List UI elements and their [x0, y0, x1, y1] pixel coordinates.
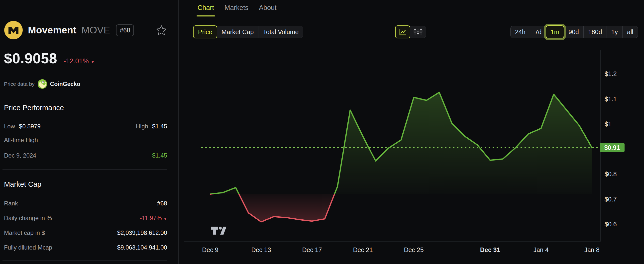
baseline-price-chart: $1.2$1.1$1$0.8$0.7$0.6Dec 9Dec 13Dec 17D…: [179, 40, 644, 264]
sidebar-divider: [2, 261, 167, 261]
x-tick-label: Dec 9: [202, 246, 218, 253]
tab-chart[interactable]: Chart: [197, 0, 214, 16]
price-chart[interactable]: $1.2$1.1$1$0.8$0.7$0.6Dec 9Dec 13Dec 17D…: [179, 40, 644, 264]
candlestick-icon: [413, 28, 423, 36]
line-chart-icon: [399, 28, 406, 36]
x-tick-label: Jan 8: [584, 246, 599, 253]
tab-about[interactable]: About: [258, 0, 277, 16]
y-tick-label: $1: [604, 120, 612, 127]
row-value: $9,063,104,941.00: [117, 244, 167, 251]
x-tick-label: Dec 21: [353, 246, 373, 253]
attribution-label: Price data by: [4, 81, 35, 87]
market-cap-row: Market cap in $ $2,039,198,612.00: [4, 229, 167, 236]
coin-name: Movement: [28, 25, 76, 36]
time-range-group: 24h 7d 1m 90d 180d 1y all: [510, 26, 638, 38]
price-row: $0.9058 -12.01% ▼: [4, 50, 95, 66]
row-label: Rank: [4, 200, 18, 207]
chart-style-toggle-group: [395, 26, 426, 38]
low-value: $0.5979: [19, 123, 41, 130]
coin-widget: Movement MOVE #68 $0.9058 -12.01% ▼ Pric…: [0, 0, 644, 264]
market-cap-row: Daily change in % -11.97% ▼: [4, 215, 167, 222]
range-7d-button[interactable]: 7d: [530, 26, 546, 38]
range-1y-button[interactable]: 1y: [606, 26, 622, 38]
current-price: $0.9058: [4, 50, 57, 66]
candlestick-style-button[interactable]: [410, 26, 426, 38]
tab-bar: Chart Markets About: [179, 0, 644, 16]
rank-badge: #68: [116, 24, 134, 36]
data-attribution: Price data by CoinGecko: [4, 79, 80, 89]
line-chart-style-button[interactable]: [395, 25, 410, 38]
down-arrow-icon: ▼: [90, 60, 95, 64]
star-icon: [156, 24, 167, 36]
favorite-star-button[interactable]: [156, 24, 167, 36]
y-tick-label: $1.1: [604, 95, 617, 102]
tradingview-logo[interactable]: [211, 227, 226, 235]
range-24h-button[interactable]: 24h: [510, 26, 530, 38]
row-label: Fully diluted Mcap: [4, 244, 52, 251]
coin-symbol: MOVE: [81, 25, 110, 36]
price-change: -12.01% ▼: [64, 57, 95, 65]
ath-row: Dec 9, 2024 $1.45: [4, 152, 167, 159]
coingecko-logo-icon: [38, 79, 48, 89]
tab-markets[interactable]: Markets: [224, 0, 249, 16]
range-all-button[interactable]: all: [622, 26, 638, 38]
x-tick-label: Dec 13: [251, 246, 271, 253]
low-label: Low: [4, 123, 15, 130]
ath-label: All-time High: [4, 137, 38, 144]
range-90d-button[interactable]: 90d: [564, 26, 584, 38]
sidebar-divider: [2, 169, 167, 170]
high-label: High: [136, 123, 148, 130]
y-tick-label: $1.2: [604, 70, 617, 77]
x-tick-label: Jan 4: [533, 246, 548, 253]
y-tick-label: $0.7: [604, 196, 617, 203]
market-cap-title: Market Cap: [4, 180, 42, 189]
price-performance-title: Price Performance: [4, 104, 64, 112]
range-180d-button[interactable]: 180d: [584, 26, 606, 38]
row-value: $2,039,198,612.00: [117, 229, 167, 236]
movement-logo-icon: [4, 21, 23, 40]
range-1m-button[interactable]: 1m: [546, 25, 564, 38]
coin-sidebar: Movement MOVE #68 $0.9058 -12.01% ▼ Pric…: [0, 0, 178, 264]
y-tick-label: $0.6: [604, 221, 617, 228]
down-arrow-icon: ▼: [163, 217, 167, 221]
x-tick-label: Dec 25: [404, 246, 424, 253]
row-label: Daily change in %: [4, 215, 52, 222]
current-price-badge-label: $0.91: [604, 144, 620, 151]
market-cap-row: Fully diluted Mcap $9,063,104,941.00: [4, 244, 167, 251]
coin-header: Movement MOVE #68: [4, 21, 167, 40]
x-tick-label: Dec 17: [302, 246, 322, 253]
y-tick-label: $0.8: [604, 171, 617, 178]
row-value: #68: [157, 200, 167, 207]
chart-panel: Chart Markets About Price Market Cap Tot…: [179, 0, 644, 264]
metric-marketcap-button[interactable]: Market Cap: [217, 26, 258, 38]
ath-date: Dec 9, 2024: [4, 152, 36, 159]
metric-volume-button[interactable]: Total Volume: [258, 26, 303, 38]
row-label: Market cap in $: [4, 229, 45, 236]
metric-toggle-group: Price Market Cap Total Volume: [193, 26, 303, 38]
metric-price-button[interactable]: Price: [193, 25, 217, 38]
market-cap-row: Rank #68: [4, 200, 167, 207]
ath-value: $1.45: [152, 152, 167, 159]
attribution-provider[interactable]: CoinGecko: [50, 81, 80, 87]
high-value: $1.45: [152, 123, 167, 130]
low-high-row: Low $0.5979 High $1.45: [4, 123, 167, 130]
row-value: -11.97% ▼: [140, 215, 167, 222]
x-tick-label: Dec 31: [480, 246, 500, 253]
